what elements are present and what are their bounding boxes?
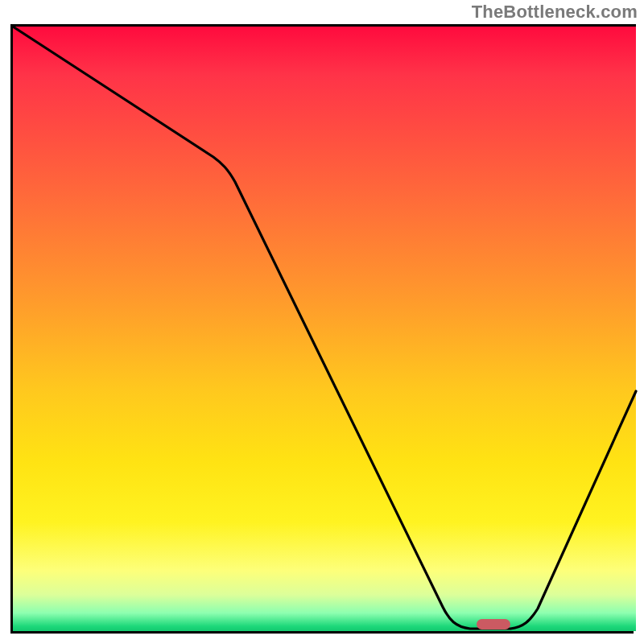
chart-top-border: [10, 24, 636, 27]
optimal-marker: [477, 619, 510, 630]
watermark-text: TheBottleneck.com: [472, 2, 638, 23]
chart-axes: [10, 24, 634, 634]
chart-container: TheBottleneck.com: [0, 0, 644, 644]
